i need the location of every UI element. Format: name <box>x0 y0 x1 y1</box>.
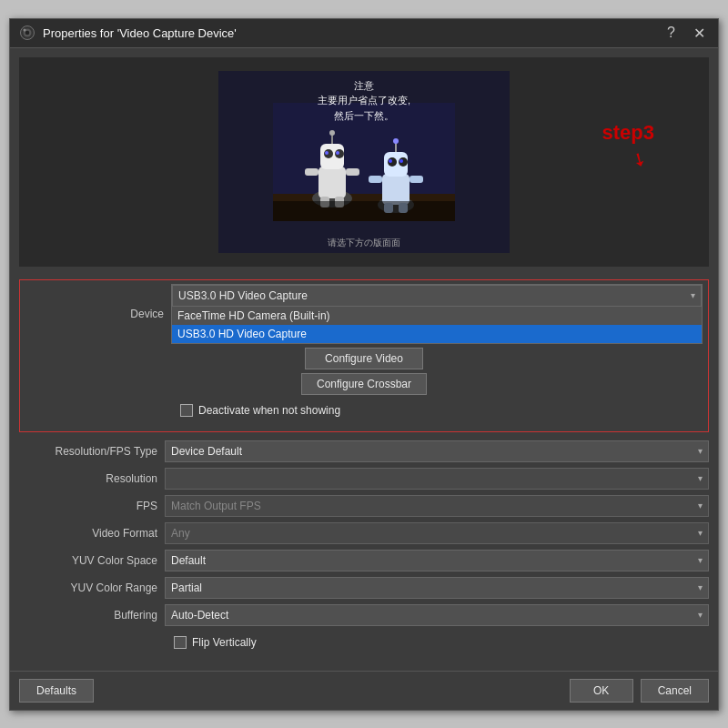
svg-point-2 <box>25 31 30 35</box>
dropdown-arrow-icon8: ▾ <box>698 610 703 620</box>
preview-overlay: 注意 主要用户省点了改变, 然后一下然。 <box>218 78 510 124</box>
yuv-range-row: YUV Color Range Partial ▾ <box>19 576 709 600</box>
buffering-value: Auto-Detect <box>171 609 228 622</box>
window-title: Properties for 'Video Capture Device' <box>43 26 237 40</box>
yuv-space-dropdown[interactable]: Default ▾ <box>165 550 709 571</box>
configure-video-button[interactable]: Configure Video <box>305 348 423 369</box>
flip-checkbox-row: Flip Vertically <box>174 636 257 649</box>
dropdown-arrow-icon7: ▾ <box>698 582 703 592</box>
svg-rect-32 <box>273 201 455 221</box>
device-dropdown-header[interactable]: USB3.0 HD Video Capture ▾ <box>172 285 702 307</box>
video-format-dropdown[interactable]: Any ▾ <box>165 522 709 544</box>
yuv-range-dropdown[interactable]: Partial ▾ <box>165 577 709 599</box>
flip-checkbox[interactable] <box>174 636 187 649</box>
fps-dropdown[interactable]: Match Output FPS ▾ <box>165 495 709 517</box>
video-format-value: Any <box>171 527 190 540</box>
title-bar-left: Properties for 'Video Capture Device' <box>19 25 237 41</box>
yuv-space-control: Default ▾ <box>165 550 709 571</box>
resolution-row: Resolution ▾ <box>19 467 709 490</box>
resolution-fps-dropdown[interactable]: Device Default ▾ <box>165 440 709 462</box>
yuv-space-value: Default <box>171 554 206 567</box>
fps-label: FPS <box>19 500 165 512</box>
buffering-row: Buffering Auto-Detect ▾ <box>19 603 709 627</box>
configure-crossbar-row: Configure Crossbar <box>25 373 703 395</box>
svg-rect-28 <box>369 176 382 183</box>
svg-rect-20 <box>382 174 410 205</box>
video-format-label: Video Format <box>19 527 165 540</box>
svg-point-3 <box>24 29 26 32</box>
window-content: 注意 主要用户省点了改变, 然后一下然。 <box>10 48 718 671</box>
svg-rect-29 <box>410 176 423 183</box>
flip-label: Flip Vertically <box>192 636 257 649</box>
deactivate-control: Deactivate when not showing <box>171 404 703 417</box>
yuv-range-control: Partial ▾ <box>165 577 709 599</box>
overlay-line3: 然后一下然。 <box>218 108 510 124</box>
device-dropdown-value: USB3.0 HD Video Capture <box>178 289 308 302</box>
cancel-button[interactable]: Cancel <box>641 679 709 703</box>
footer-right: OK Cancel <box>570 679 709 703</box>
preview-inner: 注意 主要用户省点了改变, 然后一下然。 <box>218 71 510 253</box>
yuv-range-label: YUV Color Range <box>19 581 165 594</box>
svg-point-25 <box>399 159 403 163</box>
defaults-button[interactable]: Defaults <box>19 679 94 703</box>
fps-value: Match Output FPS <box>171 500 261 512</box>
footer: Defaults OK Cancel <box>10 671 718 710</box>
dropdown-item-facetime[interactable]: FaceTime HD Camera (Built-in) <box>172 307 702 325</box>
overlay-line2: 主要用户省点了改变, <box>218 93 510 108</box>
svg-point-12 <box>336 151 339 155</box>
resolution-fps-label: Resolution/FPS Type <box>19 445 165 458</box>
svg-point-14 <box>329 130 335 136</box>
device-label: Device <box>25 308 171 320</box>
deactivate-checkbox-row: Deactivate when not showing <box>180 404 340 417</box>
title-bar: Properties for 'Video Capture Device' ? … <box>10 19 718 48</box>
resolution-dropdown[interactable]: ▾ <box>165 468 709 490</box>
deactivate-checkbox[interactable] <box>180 404 193 417</box>
resolution-fps-control: Device Default ▾ <box>165 440 709 462</box>
deactivate-row: Deactivate when not showing <box>25 399 703 422</box>
device-section: Device USB3.0 HD Video Capture ▾ FaceTim… <box>19 279 709 432</box>
preview-area: 注意 主要用户省点了改变, 然后一下然。 <box>19 57 709 267</box>
svg-rect-16 <box>346 168 359 176</box>
svg-point-23 <box>389 159 392 163</box>
dropdown-arrow-icon3: ▾ <box>698 473 703 483</box>
yuv-range-value: Partial <box>171 581 202 594</box>
ok-button[interactable]: OK <box>570 679 633 703</box>
device-control: USB3.0 HD Video Capture ▾ FaceTime HD Ca… <box>171 284 703 344</box>
deactivate-label: Deactivate when not showing <box>198 404 340 417</box>
dropdown-arrow-icon6: ▾ <box>698 555 703 565</box>
buffering-control: Auto-Detect ▾ <box>165 604 709 626</box>
flip-control: Flip Vertically <box>165 636 709 649</box>
obs-icon <box>19 25 35 41</box>
svg-rect-15 <box>305 168 318 176</box>
dropdown-item-usb3[interactable]: USB3.0 HD Video Capture <box>172 325 702 343</box>
yuv-space-row: YUV Color Space Default ▾ <box>19 549 709 572</box>
step3-arrow: ➘ <box>627 146 652 172</box>
buffering-label: Buffering <box>19 609 165 622</box>
svg-rect-7 <box>318 167 346 198</box>
device-row: Device USB3.0 HD Video Capture ▾ FaceTim… <box>25 284 703 344</box>
flip-row: Flip Vertically <box>19 631 709 654</box>
resolution-fps-row: Resolution/FPS Type Device Default ▾ <box>19 440 709 463</box>
fps-control: Match Output FPS ▾ <box>165 495 709 517</box>
svg-point-27 <box>393 138 399 144</box>
title-bar-right: ? ✕ <box>663 25 709 42</box>
buffering-dropdown[interactable]: Auto-Detect ▾ <box>165 604 709 626</box>
dropdown-arrow-icon: ▾ <box>691 290 695 300</box>
video-format-control: Any ▾ <box>165 522 709 544</box>
help-button[interactable]: ? <box>663 25 679 41</box>
dropdown-arrow-icon5: ▾ <box>698 528 703 538</box>
video-format-row: Video Format Any ▾ <box>19 521 709 545</box>
resolution-control: ▾ <box>165 468 709 490</box>
form-area: Device USB3.0 HD Video Capture ▾ FaceTim… <box>19 276 709 662</box>
close-button[interactable]: ✕ <box>690 25 709 42</box>
device-dropdown-list: USB3.0 HD Video Capture ▾ FaceTime HD Ca… <box>171 284 703 344</box>
configure-video-row: Configure Video <box>25 348 703 369</box>
configure-crossbar-button[interactable]: Configure Crossbar <box>301 373 427 395</box>
dropdown-arrow-icon2: ▾ <box>698 446 703 456</box>
svg-point-10 <box>325 151 329 155</box>
resolution-label: Resolution <box>19 472 165 485</box>
preview-bottom-text: 请选下方の版面面 <box>218 237 510 249</box>
dropdown-arrow-icon4: ▾ <box>698 500 703 511</box>
resolution-fps-value: Device Default <box>171 445 242 458</box>
overlay-line1: 注意 <box>218 78 510 94</box>
